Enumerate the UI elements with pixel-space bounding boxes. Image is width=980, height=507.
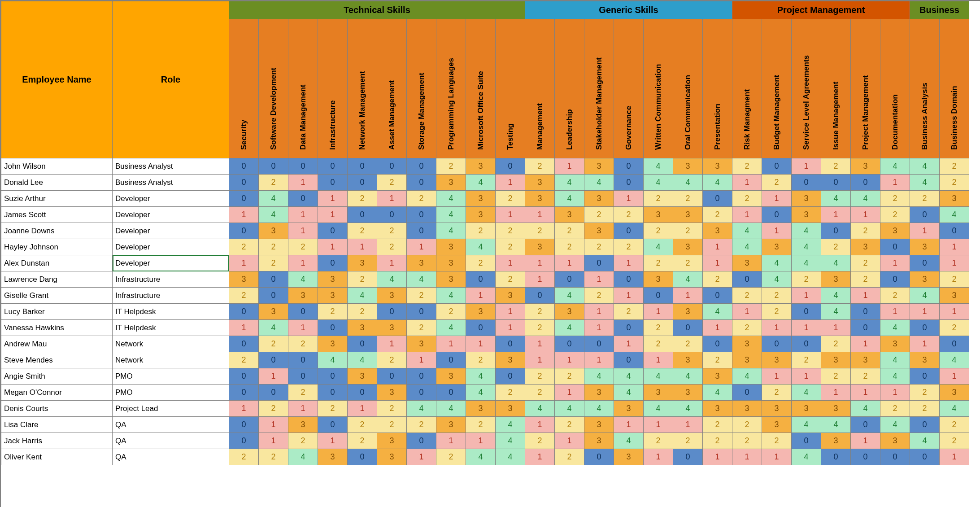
- cell-role[interactable]: Infrastructure: [113, 288, 229, 304]
- skill-header[interactable]: Business Domain: [940, 19, 969, 158]
- cell-skill-value[interactable]: 0: [821, 449, 851, 465]
- cell-skill-value[interactable]: 1: [525, 352, 555, 368]
- cell-skill-value[interactable]: 3: [525, 191, 555, 207]
- cell-skill-value[interactable]: 0: [910, 255, 940, 271]
- cell-skill-value[interactable]: 4: [762, 271, 792, 288]
- cell-skill-value[interactable]: 1: [348, 401, 377, 417]
- cell-skill-value[interactable]: 2: [496, 239, 525, 255]
- cell-skill-value[interactable]: 3: [436, 417, 466, 433]
- cell-skill-value[interactable]: 3: [614, 401, 644, 417]
- cell-skill-value[interactable]: 0: [792, 433, 821, 449]
- cell-skill-value[interactable]: 0: [851, 449, 880, 465]
- cell-skill-value[interactable]: 4: [821, 417, 851, 433]
- cell-skill-value[interactable]: 2: [407, 320, 436, 336]
- cell-skill-value[interactable]: 1: [525, 336, 555, 352]
- cell-skill-value[interactable]: 4: [466, 175, 496, 191]
- cell-skill-value[interactable]: 3: [348, 255, 377, 271]
- cell-skill-value[interactable]: 2: [762, 175, 792, 191]
- cell-skill-value[interactable]: 0: [229, 417, 259, 433]
- cell-skill-value[interactable]: 3: [644, 385, 673, 401]
- cell-skill-value[interactable]: 0: [466, 320, 496, 336]
- cell-skill-value[interactable]: 1: [348, 239, 377, 255]
- cell-skill-value[interactable]: 1: [555, 433, 584, 449]
- cell-skill-value[interactable]: 0: [880, 271, 910, 288]
- cell-skill-value[interactable]: 1: [288, 223, 318, 239]
- cell-skill-value[interactable]: 0: [910, 368, 940, 385]
- cell-skill-value[interactable]: 4: [821, 288, 851, 304]
- cell-role[interactable]: Network: [113, 336, 229, 352]
- cell-skill-value[interactable]: 3: [555, 207, 584, 223]
- cell-skill-value[interactable]: 4: [259, 320, 288, 336]
- cell-skill-value[interactable]: 1: [762, 449, 792, 465]
- cell-skill-value[interactable]: 3: [377, 449, 407, 465]
- cell-skill-value[interactable]: 4: [318, 352, 348, 368]
- cell-skill-value[interactable]: 4: [614, 385, 644, 401]
- cell-skill-value[interactable]: 2: [377, 401, 407, 417]
- cell-skill-value[interactable]: 0: [407, 158, 436, 175]
- cell-skill-value[interactable]: 1: [525, 207, 555, 223]
- cell-skill-value[interactable]: 2: [466, 223, 496, 239]
- cell-skill-value[interactable]: 0: [703, 191, 732, 207]
- cell-skill-value[interactable]: 3: [762, 352, 792, 368]
- cell-skill-value[interactable]: 4: [288, 449, 318, 465]
- cell-skill-value[interactable]: 3: [377, 320, 407, 336]
- cell-skill-value[interactable]: 2: [762, 288, 792, 304]
- cell-skill-value[interactable]: 4: [851, 401, 880, 417]
- cell-skill-value[interactable]: 1: [910, 304, 940, 320]
- skill-header[interactable]: Presentation: [703, 19, 732, 158]
- cell-skill-value[interactable]: 0: [792, 304, 821, 320]
- cell-skill-value[interactable]: 2: [288, 336, 318, 352]
- cell-skill-value[interactable]: 2: [703, 433, 732, 449]
- cell-skill-value[interactable]: 0: [496, 336, 525, 352]
- cell-skill-value[interactable]: 4: [880, 158, 910, 175]
- cell-skill-value[interactable]: 3: [644, 207, 673, 223]
- cell-skill-value[interactable]: 1: [703, 320, 732, 336]
- cell-skill-value[interactable]: 3: [377, 433, 407, 449]
- cell-skill-value[interactable]: 2: [525, 304, 555, 320]
- cell-skill-value[interactable]: 2: [851, 223, 880, 239]
- cell-skill-value[interactable]: 3: [318, 449, 348, 465]
- cell-skill-value[interactable]: 0: [880, 239, 910, 255]
- cell-skill-value[interactable]: 3: [940, 191, 969, 207]
- cell-skill-value[interactable]: 1: [880, 385, 910, 401]
- cell-employee-name[interactable]: John Wilson: [1, 158, 113, 175]
- cell-skill-value[interactable]: 3: [584, 191, 614, 207]
- cell-skill-value[interactable]: 2: [348, 223, 377, 239]
- cell-skill-value[interactable]: 2: [821, 336, 851, 352]
- skill-header[interactable]: Project Management: [851, 19, 880, 158]
- cell-skill-value[interactable]: 0: [614, 271, 644, 288]
- cell-skill-value[interactable]: 2: [555, 239, 584, 255]
- cell-skill-value[interactable]: 1: [525, 271, 555, 288]
- cell-skill-value[interactable]: 3: [348, 320, 377, 336]
- cell-skill-value[interactable]: 4: [407, 271, 436, 288]
- cell-skill-value[interactable]: 3: [288, 288, 318, 304]
- cell-skill-value[interactable]: 4: [466, 368, 496, 385]
- cell-skill-value[interactable]: 0: [407, 304, 436, 320]
- cell-skill-value[interactable]: 4: [496, 449, 525, 465]
- cell-skill-value[interactable]: 3: [466, 191, 496, 207]
- table-row[interactable]: John WilsonBusiness Analyst0000000230213…: [1, 158, 969, 175]
- cell-skill-value[interactable]: 4: [288, 271, 318, 288]
- cell-skill-value[interactable]: 2: [732, 417, 762, 433]
- cell-skill-value[interactable]: 4: [673, 401, 703, 417]
- cell-skill-value[interactable]: 4: [703, 304, 732, 320]
- cell-skill-value[interactable]: 0: [318, 385, 348, 401]
- cell-skill-value[interactable]: 0: [525, 288, 555, 304]
- cell-role[interactable]: Network: [113, 352, 229, 368]
- cell-skill-value[interactable]: 3: [792, 401, 821, 417]
- cell-skill-value[interactable]: 3: [851, 239, 880, 255]
- cell-skill-value[interactable]: 3: [259, 304, 288, 320]
- table-row[interactable]: Joanne DownsDeveloper0310220422223022341…: [1, 223, 969, 239]
- cell-skill-value[interactable]: 2: [821, 368, 851, 385]
- cell-skill-value[interactable]: 2: [436, 449, 466, 465]
- cell-skill-value[interactable]: 0: [821, 175, 851, 191]
- skill-header[interactable]: Software Development: [259, 19, 288, 158]
- cell-skill-value[interactable]: 0: [762, 336, 792, 352]
- cell-skill-value[interactable]: 3: [940, 385, 969, 401]
- cell-skill-value[interactable]: 2: [555, 368, 584, 385]
- cell-skill-value[interactable]: 4: [940, 401, 969, 417]
- cell-skill-value[interactable]: 0: [318, 175, 348, 191]
- cell-skill-value[interactable]: 0: [377, 158, 407, 175]
- cell-skill-value[interactable]: 1: [732, 304, 762, 320]
- cell-skill-value[interactable]: 3: [732, 352, 762, 368]
